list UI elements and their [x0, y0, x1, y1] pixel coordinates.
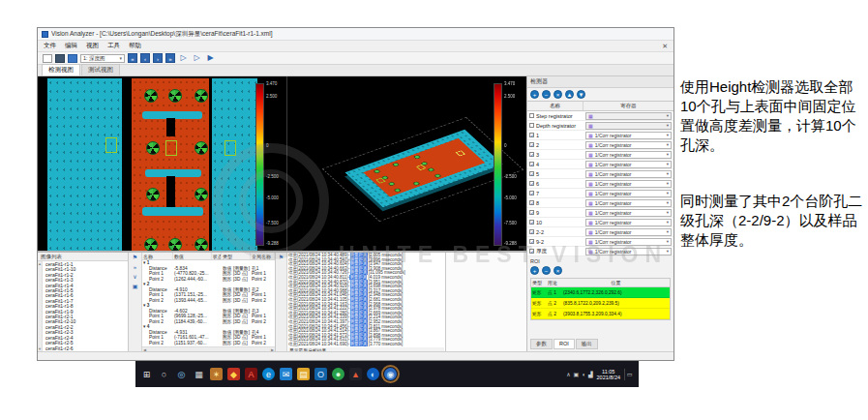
checkbox[interactable]: ✓ — [529, 152, 534, 157]
checkbox[interactable]: ✓ — [529, 229, 534, 234]
detector-row[interactable]: ✓4▦1/Corr registrator▾ — [527, 160, 673, 169]
menu-帮助[interactable]: 帮助 — [129, 42, 141, 50]
detector-tab-输出[interactable]: 输出 — [576, 339, 598, 349]
scroll-up-icon[interactable]: ▲ — [38, 261, 42, 266]
close-icon[interactable]: ✕ — [662, 43, 668, 49]
search-icon[interactable]: ○ — [158, 368, 170, 380]
checklist-icon[interactable]: ▣ — [133, 284, 138, 289]
tray-volume-icon[interactable]: ◖ — [582, 372, 585, 377]
roi-rectangle-right[interactable] — [224, 140, 236, 156]
detector-row[interactable]: ✓10▦1/Corr registrator▾ — [527, 218, 673, 227]
register-dropdown[interactable]: ▦1/Corr registrator▾ — [585, 180, 672, 188]
register-dropdown[interactable]: ▦1/Corr registrator▾ — [585, 190, 672, 197]
add-detector-button[interactable]: + — [530, 90, 539, 99]
results-table[interactable]: ▾ 1Distance-5.834数值 [测量数]孔1Point 1(-4770… — [142, 260, 275, 346]
detector-row[interactable]: ✓5▦1/Corr registrator▾ — [527, 169, 673, 179]
register-dropdown[interactable]: ▦1/Corr registrator▾ — [585, 219, 672, 226]
checkbox[interactable] — [529, 123, 534, 128]
checkbox[interactable]: ✓ — [529, 249, 534, 254]
detector-row[interactable]: ✓2-2▦1/Corr registrator▾ — [527, 227, 673, 237]
detector-tab-参数[interactable]: 参数 — [530, 339, 553, 349]
checkbox[interactable]: ✓ — [529, 239, 534, 244]
checkbox[interactable]: ✓ — [529, 162, 534, 166]
roi-row[interactable]: 矩形点 2(3903.8,1755.3,209.0,334.4) — [531, 309, 670, 319]
new-file-button[interactable] — [43, 54, 52, 63]
add-roi-button[interactable]: + — [530, 266, 539, 275]
menu-工具[interactable]: 工具 — [107, 42, 120, 50]
tray-network-icon[interactable]: ▟ — [588, 371, 593, 377]
detector-row[interactable]: ✓9▦1/Corr registrator▾ — [527, 208, 673, 218]
detector-row[interactable]: Step registrator▦▾ — [527, 111, 673, 121]
roi-rectangle-left[interactable] — [105, 137, 117, 153]
run-all-button[interactable]: ▷ — [192, 53, 202, 63]
expand-icon[interactable]: » — [134, 264, 136, 270]
last-image-button[interactable]: » — [165, 53, 175, 63]
register-dropdown[interactable]: ▦1/Corr registrator▾ — [585, 170, 672, 178]
mail-icon[interactable]: ✉ — [280, 368, 292, 380]
detector-row[interactable]: ✓2▦1/Corr registrator▾ — [527, 140, 673, 150]
register-dropdown[interactable]: ▦1/Corr registrator▾ — [585, 199, 672, 207]
pinned-app-icon-2[interactable]: ◆ — [227, 368, 240, 380]
run-button[interactable]: ▷ — [178, 53, 189, 63]
register-dropdown[interactable]: ▦1/Corr registrator▾ — [585, 141, 672, 149]
results-row[interactable]: Point 2(1151.937,-60...图形 [3D 点]Point 2 — [142, 341, 275, 346]
next-image-button[interactable]: › — [153, 53, 163, 63]
first-image-button[interactable]: « — [128, 53, 137, 63]
save-button[interactable] — [68, 54, 77, 63]
pinned-app-icon-1[interactable]: ✶ — [210, 368, 223, 380]
roi-row[interactable]: 矩形点 2(835.8,1722.0,209.2,239.5) — [531, 298, 670, 309]
checkbox[interactable]: ✓ — [529, 142, 534, 147]
checkbox[interactable]: ✓ — [529, 191, 534, 195]
log-panel[interactable]: 信息(2021/08/24 10:34:40.489)-测量距离 [2.005 … — [287, 253, 446, 351]
tab-检测视图[interactable]: 检测视图 — [42, 64, 80, 75]
move-down-button[interactable]: ▼ — [577, 90, 585, 99]
pinned-app-icon-3[interactable]: ● — [332, 368, 344, 380]
register-dropdown[interactable]: ▦1/Corr registrator▾ — [585, 248, 672, 255]
pinned-app-icon-4[interactable]: ▲ — [349, 368, 362, 380]
register-dropdown[interactable]: ▦1/Corr registrator▾ — [585, 238, 672, 246]
register-dropdown[interactable]: ▦1/Corr registrator▾ — [585, 161, 672, 168]
task-view-icon[interactable]: ▦ — [193, 368, 205, 380]
tray-app-icon[interactable]: ▣ — [574, 371, 580, 377]
register-dropdown[interactable]: ▦1/Corr registrator▾ — [585, 209, 672, 217]
checkbox[interactable]: ✓ — [529, 181, 534, 186]
menu-文件[interactable]: 文件 — [44, 42, 56, 50]
checkbox[interactable]: ✓ — [529, 133, 534, 137]
view-select-dropdown[interactable]: 1: 深度图 ▾ — [80, 54, 125, 63]
acrobat-icon[interactable]: A — [245, 368, 257, 380]
previous-image-button[interactable]: ‹ — [140, 53, 150, 63]
menu-视图[interactable]: 视图 — [86, 42, 99, 50]
detector-row[interactable]: ✓6▦1/Corr registrator▾ — [527, 179, 673, 189]
flag-icon[interactable]: ⚑ — [133, 255, 137, 260]
detector-row[interactable]: ✓8▦1/Corr registrator▾ — [527, 198, 673, 208]
detector-row[interactable]: Depth registrator▦▾ — [527, 121, 673, 131]
roi-row[interactable]: 矩形点 1(2340.6,1772.2,326.0,292.6) — [531, 287, 670, 298]
roi-rectangle-center[interactable] — [165, 140, 177, 156]
detector-row[interactable]: ✓7▦1/Corr registrator▾ — [527, 189, 673, 198]
tray-chevron-icon[interactable]: ∧ — [566, 371, 570, 377]
menu-编辑[interactable]: 编辑 — [65, 42, 77, 50]
remove-detector-button[interactable]: − — [542, 90, 551, 99]
register-dropdown[interactable]: ▦▾ — [585, 112, 672, 120]
detector-row[interactable]: ✓3▦1/Corr registrator▾ — [527, 150, 673, 160]
start-icon[interactable]: ⊞ — [140, 368, 153, 380]
tab-测试视图[interactable]: 测试视图 — [81, 64, 120, 75]
checkbox[interactable] — [529, 113, 534, 118]
delete-detector-button[interactable]: × — [554, 90, 562, 99]
checkbox[interactable]: ✓ — [529, 210, 534, 215]
checkbox[interactable]: ✓ — [529, 220, 534, 225]
collapse-icon[interactable]: ∨ — [133, 274, 136, 280]
register-dropdown[interactable]: ▦▾ — [585, 122, 672, 130]
edge-icon[interactable]: e — [262, 368, 275, 380]
vision-analyzer-icon[interactable]: ◉ — [384, 368, 397, 380]
marker-flag-icon[interactable]: ⚑ — [279, 255, 284, 260]
run-to-end-button[interactable]: ▶ — [205, 53, 216, 63]
register-dropdown[interactable]: ▦1/Corr registrator▾ — [585, 132, 672, 139]
register-dropdown[interactable]: ▦1/Corr registrator▾ — [585, 228, 672, 236]
delete-roi-button[interactable]: × — [554, 266, 562, 275]
detector-row[interactable]: ✓厚度▦1/Corr registrator▾ — [527, 247, 673, 256]
taskbar-clock[interactable]: 11:05 2021/8/24 — [597, 369, 620, 380]
detector-row[interactable]: ✓1▦1/Corr registrator▾ — [527, 131, 673, 140]
file-explorer-icon[interactable]: ▤ — [297, 368, 310, 380]
pinned-app-icon-5[interactable]: ◐ — [367, 368, 379, 380]
